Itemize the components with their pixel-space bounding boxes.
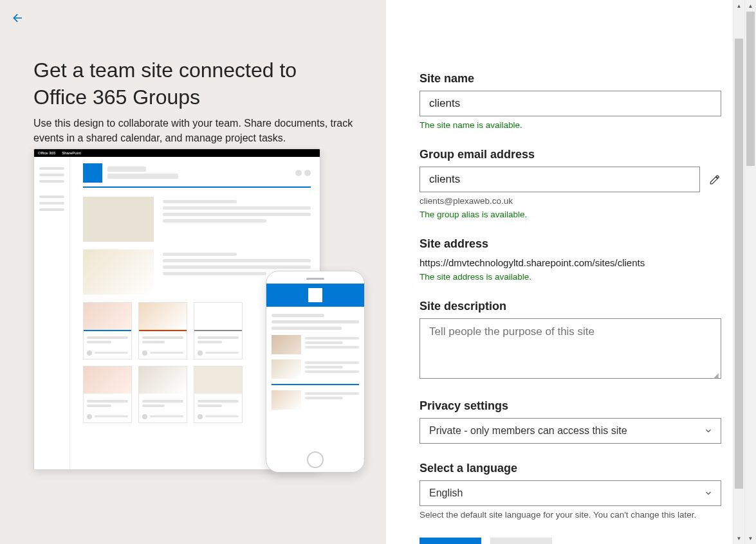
scrollbar-inner[interactable]: ▲ ▼ xyxy=(733,0,744,544)
preview-app-brand: Office 365 xyxy=(38,151,55,155)
site-description-label: Site description xyxy=(419,300,721,313)
scroll-down-icon[interactable]: ▼ xyxy=(733,532,744,544)
form-panel: Site name The site name is available. Gr… xyxy=(386,0,733,544)
language-select[interactable]: English xyxy=(419,480,721,506)
chevron-down-icon xyxy=(704,489,713,498)
scrollbar-thumb[interactable] xyxy=(735,39,743,489)
preview-phone xyxy=(266,271,365,473)
back-button[interactable] xyxy=(9,9,27,27)
privacy-label: Privacy settings xyxy=(419,399,721,413)
preview-app-name: SharePoint xyxy=(62,151,81,155)
language-label: Select a language xyxy=(419,462,721,475)
scrollbar-outer[interactable]: ▲ ▼ xyxy=(744,0,756,544)
page-title: Get a team site connected to Office 365 … xyxy=(33,57,355,111)
privacy-select-value: Private - only members can access this s… xyxy=(429,425,627,437)
site-name-input[interactable] xyxy=(419,91,721,116)
chevron-down-icon xyxy=(704,426,713,435)
site-address-value: https://dmvtechnologyltd.sharepoint.com/… xyxy=(419,257,721,268)
group-email-label: Group email address xyxy=(419,148,721,161)
privacy-select[interactable]: Private - only members can access this s… xyxy=(419,418,721,444)
group-email-resolved: clients@plexaweb.co.uk xyxy=(419,196,721,206)
site-name-validation: The site name is available. xyxy=(419,120,721,130)
cancel-button[interactable]: Cancel xyxy=(490,538,552,544)
template-preview: Office 365 SharePoint xyxy=(33,149,365,483)
group-email-validation: The group alias is available. xyxy=(419,210,721,219)
arrow-left-icon xyxy=(12,12,24,24)
left-info-panel: Get a team site connected to Office 365 … xyxy=(0,0,386,544)
pencil-icon[interactable] xyxy=(709,173,721,186)
page-subtitle: Use this design to collaborate with your… xyxy=(33,116,355,145)
group-email-input[interactable] xyxy=(419,167,700,192)
scroll-up-icon[interactable]: ▲ xyxy=(733,0,744,12)
site-address-validation: The site address is available. xyxy=(419,272,721,282)
next-button[interactable]: Next xyxy=(419,538,481,544)
language-hint: Select the default site language for you… xyxy=(419,510,721,520)
site-address-label: Site address xyxy=(419,237,721,251)
language-select-value: English xyxy=(429,487,463,499)
scroll-up-icon[interactable]: ▲ xyxy=(745,0,756,12)
scrollbar-thumb[interactable] xyxy=(746,12,755,166)
site-description-input[interactable] xyxy=(419,318,721,379)
site-name-label: Site name xyxy=(419,72,721,86)
scroll-down-icon[interactable]: ▼ xyxy=(745,532,756,544)
